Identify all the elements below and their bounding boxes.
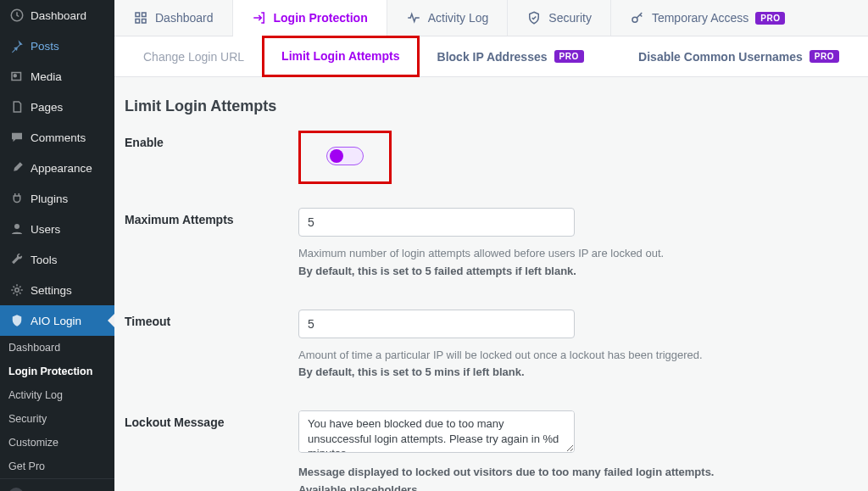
pro-badge: PRO xyxy=(554,50,584,63)
timeout-default: By default, this is set to 5 mins if lef… xyxy=(298,365,525,378)
toggle-knob xyxy=(330,149,343,163)
wp-admin-sidebar: Dashboard Posts Media Pages Comments App… xyxy=(0,0,114,491)
subtab-change-url[interactable]: Change Login URL xyxy=(125,36,263,76)
tab-label-login: Login Protection xyxy=(274,11,368,25)
sidebar-item-appearance[interactable]: Appearance xyxy=(0,153,114,183)
sidebar-item-settings[interactable]: Settings xyxy=(0,275,114,305)
timeout-input[interactable] xyxy=(298,310,575,338)
shield-check-icon xyxy=(526,10,542,25)
tab-label-security: Security xyxy=(548,11,592,25)
subtab-disable-usernames-label: Disable Common Usernames xyxy=(638,50,803,64)
sidebar-item-pages[interactable]: Pages xyxy=(0,92,114,122)
login-icon xyxy=(252,10,267,25)
svg-point-4 xyxy=(15,288,19,293)
user-icon xyxy=(8,220,25,237)
lockout-help: Message displayed to locked out visitors… xyxy=(298,466,714,478)
svg-rect-7 xyxy=(136,20,140,24)
subtab-disable-usernames[interactable]: Disable Common Usernames PRO xyxy=(620,36,858,76)
pro-badge: PRO xyxy=(810,50,839,63)
sidebar-label-posts: Posts xyxy=(31,40,59,53)
subtab-block-ip[interactable]: Block IP Addresses PRO xyxy=(419,36,603,76)
sidebar-item-posts[interactable]: Posts xyxy=(0,31,114,61)
max-label: Maximum Attempts xyxy=(125,208,298,226)
media-icon xyxy=(8,68,25,85)
sidebar-label-tools: Tools xyxy=(31,254,58,266)
collapse-menu[interactable]: Collapse menu xyxy=(0,478,114,491)
sidebar-item-media[interactable]: Media xyxy=(0,61,114,92)
subtab-block-ip-label: Block IP Addresses xyxy=(437,50,548,64)
brush-icon xyxy=(8,159,25,176)
svg-point-3 xyxy=(14,224,19,229)
comment-icon xyxy=(8,129,25,146)
max-attempts-input[interactable] xyxy=(298,208,575,237)
dashboard-icon xyxy=(8,7,25,24)
pro-badge: PRO xyxy=(755,12,785,25)
shield-icon xyxy=(8,312,25,329)
sidebar-label-dashboard: Dashboard xyxy=(31,9,86,22)
lockout-ph-label: Available placeholders xyxy=(298,483,417,491)
lockout-label: Lockout Message xyxy=(125,410,298,429)
max-default: By default, this is set to 5 failed atte… xyxy=(298,265,576,277)
sidebar-label-appearance: Appearance xyxy=(31,162,92,175)
svg-rect-8 xyxy=(142,20,147,24)
submenu-dashboard[interactable]: Dashboard xyxy=(0,336,114,360)
submenu-login-protection[interactable]: Login Protection xyxy=(0,360,114,383)
pin-icon xyxy=(8,37,25,54)
lockout-textarea[interactable] xyxy=(298,410,575,453)
sidebar-item-users[interactable]: Users xyxy=(0,214,114,244)
sidebar-item-plugins[interactable]: Plugins xyxy=(0,183,114,214)
submenu-security[interactable]: Security xyxy=(0,407,114,431)
enable-label: Enable xyxy=(125,131,298,149)
timeout-label: Timeout xyxy=(125,310,298,328)
max-help: Maximum number of login attempts allowed… xyxy=(298,247,664,259)
timeout-help: Amount of time a particular IP will be l… xyxy=(298,349,703,361)
tab-label-activity: Activity Log xyxy=(428,11,489,25)
sidebar-item-dashboard[interactable]: Dashboard xyxy=(0,0,114,31)
svg-point-9 xyxy=(632,17,637,22)
svg-rect-5 xyxy=(136,13,140,17)
sidebar-label-aio: AIO Login xyxy=(31,315,81,327)
wrench-icon xyxy=(8,251,25,268)
sidebar-label-plugins: Plugins xyxy=(31,192,68,205)
svg-rect-6 xyxy=(142,13,147,17)
page-icon xyxy=(8,98,25,115)
submenu-get-pro[interactable]: Get Pro xyxy=(0,455,114,478)
gear-icon xyxy=(8,282,25,299)
sidebar-label-comments: Comments xyxy=(31,131,86,144)
enable-toggle[interactable] xyxy=(326,147,364,165)
main-panel: Dashboard Login Protection Activity Log … xyxy=(114,0,868,491)
submenu-activity-log[interactable]: Activity Log xyxy=(0,383,114,407)
field-max-attempts: Maximum Attempts Maximum number of login… xyxy=(125,208,858,281)
svg-point-2 xyxy=(14,75,16,77)
tab-activity-log[interactable]: Activity Log xyxy=(387,0,509,36)
pulse-icon xyxy=(406,10,421,25)
sidebar-label-settings: Settings xyxy=(31,284,72,297)
tab-label-temp: Temporary Access xyxy=(652,11,748,25)
sidebar-item-aio-login[interactable]: AIO Login xyxy=(0,305,114,336)
sidebar-item-tools[interactable]: Tools xyxy=(0,244,114,275)
submenu-customize[interactable]: Customize xyxy=(0,431,114,455)
plugin-tabs: Dashboard Login Protection Activity Log … xyxy=(114,0,868,36)
sub-tabs: Change Login URL Limit Login Attempts Bl… xyxy=(114,36,868,77)
tab-login-protection[interactable]: Login Protection xyxy=(233,0,387,36)
tab-dashboard[interactable]: Dashboard xyxy=(114,0,233,36)
grid-icon xyxy=(133,10,148,25)
sidebar-label-media: Media xyxy=(31,70,62,83)
key-icon xyxy=(630,10,645,25)
settings-panel: Limit Login Attempts Enable Maximum Atte… xyxy=(114,77,868,491)
field-lockout: Lockout Message Message displayed to loc… xyxy=(125,410,858,491)
field-enable: Enable xyxy=(125,131,858,184)
subtab-limit-login[interactable]: Limit Login Attempts xyxy=(263,36,418,76)
sidebar-submenu: Dashboard Login Protection Activity Log … xyxy=(0,336,114,478)
tab-security[interactable]: Security xyxy=(508,0,611,36)
tab-temporary-access[interactable]: Temporary Access PRO xyxy=(611,0,804,36)
field-timeout: Timeout Amount of time a particular IP w… xyxy=(125,310,858,382)
panel-title: Limit Login Attempts xyxy=(125,98,858,115)
tab-label-dashboard: Dashboard xyxy=(155,11,214,25)
sidebar-label-pages: Pages xyxy=(31,101,63,114)
collapse-icon xyxy=(8,488,24,491)
sidebar-item-comments[interactable]: Comments xyxy=(0,122,114,153)
sidebar-label-users: Users xyxy=(31,223,60,236)
plug-icon xyxy=(8,190,25,207)
